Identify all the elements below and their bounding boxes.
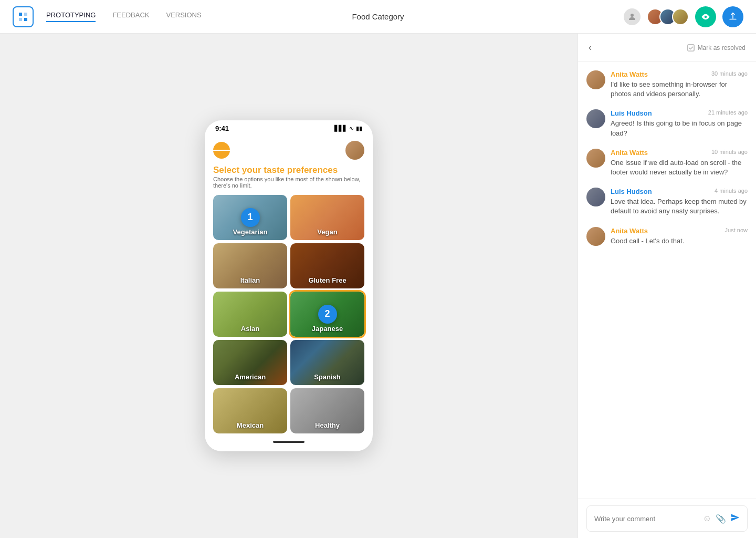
comment-text: Love that idea. Perhaps keep them muted … bbox=[611, 197, 748, 216]
comment-avatar-anita bbox=[586, 227, 605, 246]
food-item-american[interactable]: American bbox=[213, 340, 287, 385]
mark-resolved-label: Mark as resolved bbox=[698, 44, 746, 51]
comment-avatar-anita bbox=[586, 149, 605, 168]
comments-header: ‹ Mark as resolved bbox=[578, 34, 756, 62]
comment-author: Anita Watts bbox=[611, 70, 648, 78]
phone-heading: Select your taste preferences bbox=[213, 165, 364, 175]
user-icon[interactable] bbox=[624, 8, 640, 25]
header: PROTOTYPING FEEDBACK VERSIONS Food Categ… bbox=[0, 0, 756, 34]
canvas-area: 9:41 ▋▋▋ ∿ ▮▮ Select your taste preferen… bbox=[0, 34, 578, 538]
comment-text: Agreed! Is this going to be in focus on … bbox=[611, 119, 748, 138]
nav-prototyping[interactable]: PROTOTYPING bbox=[46, 11, 96, 22]
food-item-mexican[interactable]: Mexican bbox=[213, 388, 287, 433]
comment-text: I'd like to see something in-browser for… bbox=[611, 80, 748, 99]
food-label-mexican: Mexican bbox=[213, 421, 287, 429]
food-label-vegetarian: Vegetarian bbox=[213, 228, 287, 236]
comments-panel: ‹ Mark as resolved Anita Watts 30 minuts… bbox=[578, 34, 756, 538]
comment-input-box: ☺ 📎 bbox=[586, 505, 748, 532]
food-item-vegetarian[interactable]: 1 Vegetarian bbox=[213, 195, 287, 240]
food-label-american: American bbox=[213, 373, 287, 381]
emoji-icon[interactable]: ☺ bbox=[703, 514, 711, 523]
phone-time: 9:41 bbox=[215, 125, 229, 132]
phone-header: Select your taste preferences Choose the… bbox=[205, 134, 373, 188]
collaborators-avatars bbox=[647, 8, 689, 25]
food-label-italian: Italian bbox=[213, 276, 287, 284]
battery-icon: ▮▮ bbox=[356, 125, 362, 132]
phone-subtitle: Choose the options you like the most of … bbox=[213, 176, 364, 189]
send-icon[interactable] bbox=[730, 513, 740, 524]
attach-icon[interactable]: 📎 bbox=[716, 514, 726, 524]
comment-meta: Anita Watts Just now bbox=[611, 227, 748, 235]
nav-versions[interactable]: VERSIONS bbox=[166, 11, 201, 22]
comment-time: Just now bbox=[725, 227, 748, 235]
food-label-spanish: Spanish bbox=[290, 373, 364, 381]
food-item-spanish[interactable]: Spanish bbox=[290, 340, 364, 385]
menu-icon[interactable] bbox=[213, 142, 230, 159]
mark-resolved-button[interactable]: Mark as resolved bbox=[687, 44, 746, 51]
comment-item: Luis Hudson 4 minuts ago Love that idea.… bbox=[586, 188, 748, 216]
food-item-healthy[interactable]: Healthy bbox=[290, 388, 364, 433]
comment-meta: Luis Hudson 21 minutes ago bbox=[611, 109, 748, 117]
food-category-grid: 1 Vegetarian Vegan Italian Gluten Free A… bbox=[205, 195, 373, 433]
comment-author: Luis Hudson bbox=[611, 188, 652, 195]
share-button[interactable] bbox=[722, 6, 743, 27]
back-button[interactable]: ‹ bbox=[589, 42, 592, 53]
phone-status-bar: 9:41 ▋▋▋ ∿ ▮▮ bbox=[205, 120, 373, 134]
phone-mockup: 9:41 ▋▋▋ ∿ ▮▮ Select your taste preferen… bbox=[205, 120, 373, 451]
comment-item: Anita Watts Just now Good call - Let's d… bbox=[586, 227, 748, 246]
phone-home-bar bbox=[273, 441, 304, 443]
header-actions bbox=[624, 6, 743, 27]
wifi-icon: ∿ bbox=[349, 125, 354, 132]
comment-author: Anita Watts bbox=[611, 149, 648, 157]
svg-rect-2 bbox=[688, 44, 694, 50]
comment-input[interactable] bbox=[594, 515, 703, 523]
main-content: 9:41 ▋▋▋ ∿ ▮▮ Select your taste preferen… bbox=[0, 34, 756, 538]
page-title: Food Category bbox=[352, 12, 404, 21]
comment-body: Anita Watts 30 minuts ago I'd like to se… bbox=[611, 70, 748, 99]
comment-time: 10 minuts ago bbox=[711, 149, 748, 157]
avatar bbox=[672, 8, 689, 25]
selection-badge-2: 2 bbox=[318, 305, 337, 324]
main-nav: PROTOTYPING FEEDBACK VERSIONS bbox=[46, 11, 202, 22]
check-icon bbox=[687, 44, 695, 51]
comment-body: Anita Watts Just now Good call - Let's d… bbox=[611, 227, 748, 246]
food-label-healthy: Healthy bbox=[290, 421, 364, 429]
comment-avatar-luis bbox=[586, 109, 605, 128]
comment-text: Good call - Let's do that. bbox=[611, 236, 748, 246]
comment-input-actions: ☺ 📎 bbox=[703, 513, 740, 524]
food-item-asian[interactable]: Asian bbox=[213, 292, 287, 337]
preview-button[interactable] bbox=[695, 6, 716, 27]
comment-body: Luis Hudson 21 minutes ago Agreed! Is th… bbox=[611, 109, 748, 138]
selection-badge-1: 1 bbox=[241, 208, 260, 227]
food-item-glutenfree[interactable]: Gluten Free bbox=[290, 243, 364, 288]
comment-item: Luis Hudson 21 minutes ago Agreed! Is th… bbox=[586, 109, 748, 138]
comment-item: Anita Watts 10 minuts ago One issue if w… bbox=[586, 149, 748, 177]
comment-time: 30 minuts ago bbox=[711, 70, 748, 78]
food-label-glutenfree: Gluten Free bbox=[290, 276, 364, 284]
phone-top-row bbox=[213, 141, 364, 160]
food-item-japanese[interactable]: 2 Japanese bbox=[290, 292, 364, 337]
signal-icon: ▋▋▋ bbox=[334, 125, 347, 132]
svg-point-1 bbox=[705, 15, 707, 18]
svg-point-0 bbox=[631, 14, 634, 17]
comment-author: Anita Watts bbox=[611, 227, 648, 235]
comment-author: Luis Hudson bbox=[611, 109, 652, 117]
food-item-vegan[interactable]: Vegan bbox=[290, 195, 364, 240]
comments-list: Anita Watts 30 minuts ago I'd like to se… bbox=[578, 62, 756, 499]
comment-time: 21 minutes ago bbox=[708, 109, 748, 117]
app-logo[interactable] bbox=[13, 6, 34, 27]
food-label-asian: Asian bbox=[213, 325, 287, 333]
comment-body: Anita Watts 10 minuts ago One issue if w… bbox=[611, 149, 748, 177]
phone-status-icons: ▋▋▋ ∿ ▮▮ bbox=[334, 125, 362, 132]
nav-feedback[interactable]: FEEDBACK bbox=[112, 11, 149, 22]
food-label-japanese: Japanese bbox=[290, 325, 364, 333]
comment-text: One issue if we did auto-load on scroll … bbox=[611, 158, 748, 177]
food-label-vegan: Vegan bbox=[290, 228, 364, 236]
comment-body: Luis Hudson 4 minuts ago Love that idea.… bbox=[611, 188, 748, 216]
user-avatar bbox=[345, 141, 364, 160]
comment-avatar-luis bbox=[586, 188, 605, 206]
comment-avatar-anita bbox=[586, 70, 605, 89]
comment-meta: Anita Watts 10 minuts ago bbox=[611, 149, 748, 157]
comment-item: Anita Watts 30 minuts ago I'd like to se… bbox=[586, 70, 748, 99]
food-item-italian[interactable]: Italian bbox=[213, 243, 287, 288]
